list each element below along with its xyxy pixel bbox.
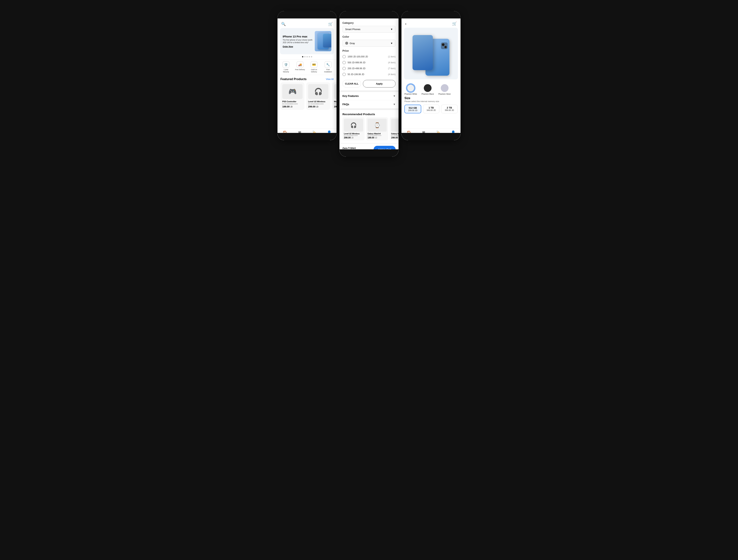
- color-option-black[interactable]: Phantom Black: [421, 84, 434, 95]
- rec-price-watch: 189.00 JD: [368, 136, 387, 139]
- featured-header: Featured Products View All: [278, 75, 337, 82]
- dot-3[interactable]: [307, 56, 308, 57]
- size-1tb-gb: 1 TB: [425, 106, 438, 109]
- featured-title: Featured Products: [281, 77, 307, 81]
- rec-card-watch[interactable]: ⌚ Galaxy Watch4 EO-B3300BBEGWW 189.00 JD: [366, 117, 388, 141]
- camera-module: [441, 42, 448, 49]
- divider: [340, 90, 398, 92]
- dot-1[interactable]: [302, 56, 303, 57]
- product-price-chair: 299.00: [334, 105, 337, 108]
- color-name-white: Phantom White: [404, 93, 417, 95]
- price-count-2: (4 item): [388, 61, 396, 64]
- status-bar-bottom-2: [340, 149, 398, 157]
- back-button[interactable]: ‹: [405, 22, 406, 26]
- cart-icon-detail[interactable]: 🛒: [452, 21, 457, 26]
- panel-home: 🔍 🛒 IPhone 13 Pro max The first iphone o…: [278, 11, 337, 140]
- color-name-silver: Phantom Silver: [438, 93, 451, 95]
- search-icon[interactable]: 🔍: [281, 22, 286, 26]
- status-bar-bottom: [278, 133, 337, 140]
- rec-card-earbuds[interactable]: 🎧 Level U2 Wireless EO-B3300BBEGWW 299.0…: [342, 117, 365, 141]
- product-sku-ps5: EO-B3300BBEGWW: [282, 103, 303, 105]
- feature-cod: 💳 Cash onDelivery: [308, 61, 321, 73]
- faqs-section[interactable]: FAQs ▼: [340, 100, 398, 108]
- product-price-earbuds: 299.00 JD: [308, 105, 328, 108]
- warranty-label: 1 yearWaranty: [283, 69, 289, 73]
- product-name-chair: Modern Ch...: [334, 100, 337, 103]
- price-option-4[interactable]: 50 JD-199.99 JD (4 item): [342, 71, 396, 77]
- clear-all-button[interactable]: CLEAR ALL: [342, 80, 361, 87]
- key-features-chevron: ▼: [393, 94, 396, 97]
- rec-name-earbuds: Level U2 Wireless: [344, 133, 363, 135]
- category-label: Category: [342, 21, 396, 24]
- color-swatch-black: [424, 84, 431, 92]
- key-features-section[interactable]: Key Features ▼: [340, 92, 398, 100]
- price-option-2[interactable]: 500 JD-999.99 JD (4 item): [342, 60, 396, 65]
- color-dropdown[interactable]: Gray ▼: [342, 40, 396, 47]
- color-option-silver[interactable]: Phantom Silver: [438, 84, 451, 95]
- featured-products-row: 🎮 PS5 Controller EO-B3300BBEGWW 189.00 J…: [278, 82, 337, 113]
- color-filter: Color Gray ▼: [342, 35, 396, 47]
- price-option-3[interactable]: 200 JD-499.99 JD (7 item): [342, 65, 396, 71]
- color-swatch-white: [407, 84, 415, 92]
- radio-4: [342, 73, 346, 76]
- size-card-1tb[interactable]: 1 TB 349.00 JD: [423, 105, 439, 113]
- size-512-price: 299.00 JD: [406, 109, 419, 111]
- size-card-2tb[interactable]: 2 TB 399.00 JD: [441, 105, 457, 113]
- phone-illustration: [318, 33, 329, 49]
- size-1tb-price: 349.00 JD: [425, 109, 438, 111]
- divider2: [340, 108, 398, 110]
- cart-icon[interactable]: 🛒: [328, 22, 333, 26]
- size-512-gb: 512 GB: [406, 106, 419, 109]
- dot-4[interactable]: [309, 56, 310, 57]
- apply-button[interactable]: Apply: [363, 80, 396, 87]
- status-bar-top-2: [340, 11, 398, 18]
- product-image-chair: 🪑: [334, 84, 337, 99]
- radio-1: [342, 55, 346, 58]
- product-hero-image: [404, 28, 458, 79]
- dot-2[interactable]: [304, 56, 306, 57]
- home-header: 🔍 🛒: [278, 18, 337, 28]
- rec-img-phone: 📱: [391, 119, 398, 131]
- size-card-512[interactable]: 512 GB 299.00 JD: [404, 105, 421, 113]
- carousel-dots: [278, 56, 337, 57]
- rec-name-watch: Galaxy Watch4: [368, 133, 387, 135]
- promo-banner: IPhone 13 Pro max The first iphone of yo…: [280, 28, 334, 54]
- recommended-section: Recommended Products 🎧 Level U2 Wireless…: [340, 110, 398, 143]
- price-left-3: 200 JD-499.99 JD: [342, 67, 365, 70]
- view-all-link[interactable]: View All: [326, 78, 334, 80]
- radio-2: [342, 61, 346, 64]
- hero-phone-illustration: [413, 31, 449, 76]
- price-range-1: 1000 JD-100,000 JD: [348, 55, 368, 58]
- filter-sheet: Category Smart Phones ▼ Color Gray: [340, 18, 398, 90]
- cod-icon: 💳: [311, 61, 317, 68]
- product-sku-chair: EO-B3300BB...: [334, 103, 337, 105]
- rec-name-phone: Galaxy M...: [391, 133, 398, 135]
- color-swatch-silver: [441, 84, 448, 92]
- product-card-chair[interactable]: 🪑 Modern Ch... EO-B3300BB... 299.00: [332, 82, 337, 110]
- dot-5[interactable]: [311, 56, 312, 57]
- faqs-chevron: ▼: [393, 103, 396, 106]
- product-card-earbuds[interactable]: 🎧 Level U2 Wireless EO-B3300BBEGWW 299.0…: [306, 82, 330, 110]
- price-count-1: (1 item): [388, 55, 396, 58]
- cart-item-name: Zara T-Shirt: [342, 147, 356, 150]
- rec-card-phone[interactable]: 📱 Galaxy M... EO-B3300BB... 299.00: [390, 117, 398, 141]
- price-label: Price: [342, 49, 396, 52]
- features-bar: 🛡️ 1 yearWaranty 🚚 Free Delivery 💳 Cash …: [278, 59, 337, 75]
- filter-actions: CLEAR ALL Apply: [342, 80, 396, 87]
- cod-label: Cash onDelivery: [311, 69, 317, 73]
- category-dropdown[interactable]: Smart Phones ▼: [342, 26, 396, 33]
- color-options-row: Phantom White Phantom Black Phantom Silv…: [404, 84, 457, 95]
- color-option-white[interactable]: Phantom White: [404, 84, 417, 95]
- price-option-1[interactable]: 1000 JD-100,000 JD (1 item): [342, 54, 396, 60]
- size-2tb-price: 399.00 JD: [443, 109, 456, 111]
- color-selection: Phantom White Phantom Black Phantom Silv…: [401, 79, 460, 96]
- phone-front-view: [413, 35, 433, 70]
- product-name-earbuds: Level U2 Wireless: [308, 100, 328, 103]
- delivery-icon: 🚚: [297, 61, 303, 68]
- price-range-4: 50 JD-199.99 JD: [348, 73, 364, 76]
- product-card-ps5[interactable]: 🎮 PS5 Controller EO-B3300BBEGWW 189.00 J…: [281, 82, 304, 110]
- warranty-icon: 🛡️: [283, 61, 289, 68]
- order-now-link[interactable]: Order Now: [283, 45, 312, 48]
- rec-sku-phone: EO-B3300BB...: [391, 135, 398, 136]
- product-detail-header: ‹ 🛒: [401, 18, 460, 28]
